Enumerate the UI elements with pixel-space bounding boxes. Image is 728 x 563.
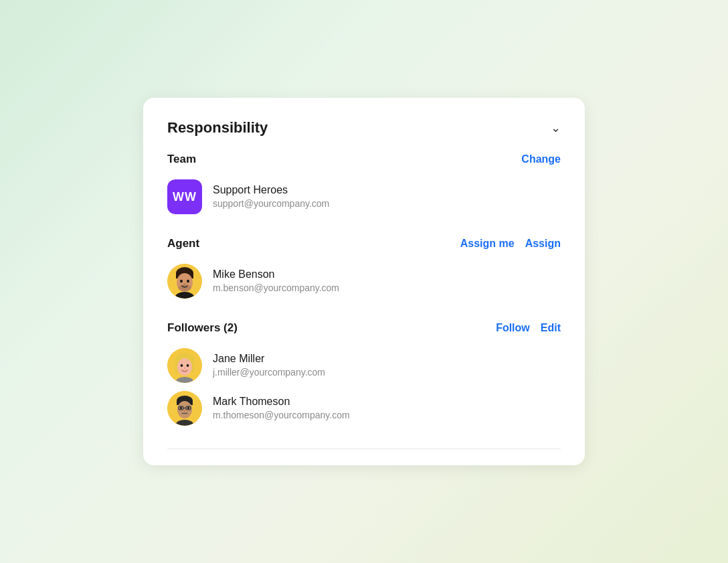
agent-actions: Assign me Assign (460, 238, 561, 250)
team-label: Team (167, 153, 196, 166)
svg-point-16 (184, 368, 185, 369)
team-email: support@yourcompany.com (213, 197, 329, 211)
responsibility-card: Responsibility ⌄ Team Change WW Support … (143, 98, 585, 465)
section-title: Responsibility (167, 119, 268, 137)
assign-link[interactable]: Assign (525, 238, 561, 250)
jane-info: Jane Miller j.miller@yourcompany.com (213, 351, 325, 380)
svg-point-4 (180, 280, 183, 283)
section-header: Responsibility ⌄ (167, 119, 561, 137)
assign-me-link[interactable]: Assign me (460, 238, 515, 250)
team-avatar-initials: WW (173, 190, 197, 204)
chevron-down-icon[interactable]: ⌄ (551, 120, 561, 135)
agent-subsection: Agent Assign me Assign (167, 237, 561, 303)
svg-point-26 (187, 407, 189, 410)
svg-point-5 (187, 280, 189, 283)
agent-avatar (167, 264, 202, 299)
follower-row-jane: Jane Miller j.miller@yourcompany.com (167, 344, 561, 387)
jane-avatar (167, 348, 202, 383)
svg-point-15 (187, 364, 189, 367)
mark-info: Mark Thomeson m.thomeson@yourcompany.com (213, 394, 350, 422)
jane-email: j.miller@yourcompany.com (213, 366, 325, 380)
team-subsection: Team Change WW Support Heroes support@yo… (167, 153, 561, 218)
followers-actions: Follow Edit (496, 322, 561, 334)
follower-row-mark: Mark Thomeson m.thomeson@yourcompany.com (167, 387, 561, 430)
team-actions: Change (521, 153, 561, 165)
svg-point-6 (184, 283, 186, 285)
team-avatar: WW (167, 179, 202, 214)
change-link[interactable]: Change (521, 153, 561, 165)
svg-point-7 (178, 285, 191, 291)
svg-point-13 (177, 358, 192, 376)
team-header: Team Change (167, 153, 561, 166)
jane-name: Jane Miller (213, 351, 325, 366)
mark-email: m.thomeson@yourcompany.com (213, 409, 350, 422)
svg-point-14 (181, 364, 183, 367)
agent-info: Mike Benson m.benson@yourcompany.com (213, 267, 339, 295)
followers-label: Followers (2) (167, 321, 238, 335)
agent-name: Mike Benson (213, 267, 339, 282)
agent-email: m.benson@yourcompany.com (213, 282, 339, 295)
team-name: Support Heroes (213, 183, 329, 197)
svg-point-25 (180, 407, 182, 410)
bottom-divider (167, 449, 561, 449)
followers-header: Followers (2) Follow Edit (167, 321, 561, 335)
agent-header: Agent Assign me Assign (167, 237, 561, 250)
svg-point-27 (184, 410, 185, 412)
team-row: WW Support Heroes support@yourcompany.co… (167, 175, 561, 218)
agent-row: Mike Benson m.benson@yourcompany.com (167, 260, 561, 303)
follow-link[interactable]: Follow (496, 322, 530, 334)
mark-avatar (167, 391, 202, 426)
followers-subsection: Followers (2) Follow Edit (167, 321, 561, 430)
agent-label: Agent (167, 237, 199, 250)
team-info: Support Heroes support@yourcompany.com (213, 183, 329, 211)
edit-link[interactable]: Edit (541, 322, 561, 334)
mark-name: Mark Thomeson (213, 394, 350, 409)
